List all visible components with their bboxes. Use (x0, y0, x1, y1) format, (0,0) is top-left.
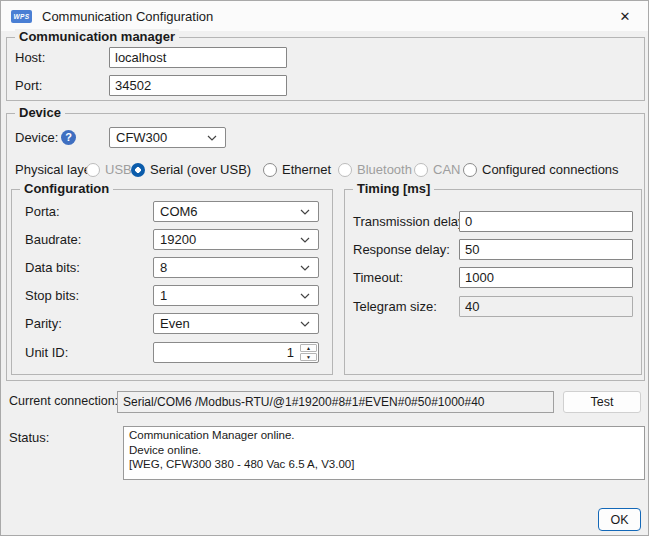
chevron-down-icon (300, 237, 310, 243)
timeout-input[interactable] (459, 267, 633, 288)
spinner-buttons: ▲ ▼ (299, 343, 318, 362)
radio-icon (338, 163, 352, 177)
porta-label: Porta: (25, 201, 60, 222)
device-select-value: CFW300 (116, 130, 167, 145)
unit-id-spinner[interactable]: 1 ▲ ▼ (153, 342, 319, 363)
physical-layer-radio-usb: USB (86, 159, 132, 180)
radio-checked-icon (131, 163, 145, 177)
timing-legend: Timing [ms] (353, 181, 434, 196)
spinner-up-button[interactable]: ▲ (300, 344, 317, 352)
ok-button[interactable]: OK (598, 508, 641, 531)
chevron-down-icon (207, 135, 217, 141)
physical-layer-radio-configured-connections[interactable]: Configured connections (463, 159, 619, 180)
status-line: Communication Manager online. (129, 428, 639, 443)
radio-icon (86, 163, 100, 177)
transmission-delay-input[interactable] (459, 211, 633, 232)
wps-logo-icon: WPS (11, 10, 32, 23)
port-label: Port: (15, 75, 42, 96)
device-label: Device: (15, 127, 58, 148)
porta-select-value: COM6 (160, 204, 198, 219)
telegram-size-label: Telegram size: (353, 296, 437, 317)
help-icon[interactable]: ? (61, 130, 76, 145)
configuration-legend: Configuration (20, 181, 113, 196)
transmission-delay-label: Transmission delay: (353, 211, 468, 232)
chevron-down-icon (300, 321, 310, 327)
baudrate-select-value: 19200 (160, 232, 196, 247)
telegram-size-input (459, 296, 633, 317)
parity-select[interactable]: Even (153, 313, 319, 334)
radio-icon (414, 163, 428, 177)
chevron-down-icon (300, 293, 310, 299)
port-input[interactable] (109, 75, 287, 96)
host-label: Host: (15, 47, 45, 68)
response-delay-input[interactable] (459, 239, 633, 260)
spinner-down-button[interactable]: ▼ (300, 353, 317, 361)
physical-layer-radio-ethernet[interactable]: Ethernet (263, 159, 331, 180)
host-input[interactable] (109, 47, 287, 68)
close-icon: ✕ (620, 9, 631, 24)
close-button[interactable]: ✕ (602, 1, 648, 31)
physical-layer-radio-bluetooth: Bluetooth (338, 159, 412, 180)
physical-layer-radio-can: CAN (414, 159, 460, 180)
physical-layer-radio-serial[interactable]: Serial (over USB) (131, 159, 251, 180)
data-bits-select[interactable]: 8 (153, 257, 319, 278)
response-delay-label: Response delay: (353, 239, 450, 260)
unit-id-label: Unit ID: (25, 342, 68, 363)
current-connection-label: Current connection: (9, 391, 118, 412)
baudrate-select[interactable]: 19200 (153, 229, 319, 250)
timeout-label: Timeout: (353, 267, 403, 288)
unit-id-value: 1 (154, 343, 299, 362)
parity-select-value: Even (160, 316, 190, 331)
communication-manager-legend: Communication manager (15, 29, 179, 44)
device-select[interactable]: CFW300 (109, 127, 226, 148)
radio-icon (263, 163, 277, 177)
parity-label: Parity: (25, 313, 62, 334)
communication-configuration-dialog: WPS Communication Configuration ✕ Commun… (0, 0, 649, 536)
data-bits-select-value: 8 (160, 260, 167, 275)
current-connection-field: Serial/COM6 /Modbus-RTU/@1#19200#8#1#EVE… (117, 391, 554, 413)
status-label: Status: (9, 427, 49, 448)
data-bits-label: Data bits: (25, 257, 80, 278)
status-line: Device online. (129, 443, 639, 458)
radio-icon (463, 163, 477, 177)
status-line: [WEG, CFW300 380 - 480 Vac 6.5 A, V3.00] (129, 457, 639, 472)
device-legend: Device (15, 105, 65, 120)
window-title: Communication Configuration (42, 9, 213, 24)
stop-bits-select-value: 1 (160, 288, 167, 303)
stop-bits-select[interactable]: 1 (153, 285, 319, 306)
stop-bits-label: Stop bits: (25, 285, 79, 306)
chevron-down-icon (300, 265, 310, 271)
test-button[interactable]: Test (563, 391, 641, 413)
communication-manager-group: Communication manager (6, 37, 645, 101)
title-bar: WPS Communication Configuration ✕ (1, 1, 648, 31)
baudrate-label: Baudrate: (25, 229, 81, 250)
chevron-down-icon (300, 209, 310, 215)
porta-select[interactable]: COM6 (153, 201, 319, 222)
status-box: Communication Manager online. Device onl… (123, 426, 645, 480)
